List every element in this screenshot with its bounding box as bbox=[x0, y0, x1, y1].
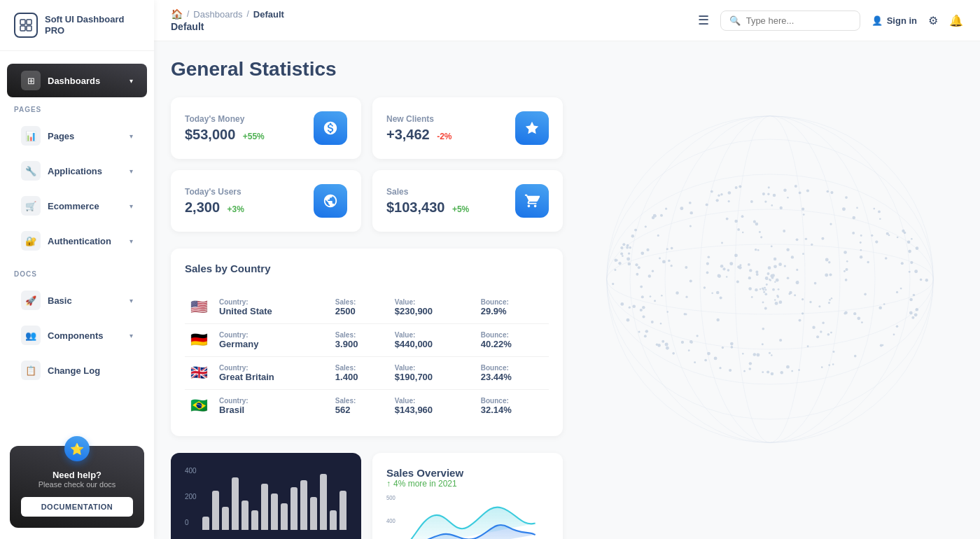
col-value-header bbox=[389, 286, 475, 291]
bar bbox=[310, 497, 317, 530]
svg-point-78 bbox=[783, 188, 786, 191]
svg-point-46 bbox=[706, 203, 708, 206]
content-area: // dots are rendered via CSS General Sta… bbox=[154, 41, 980, 539]
sign-in-button[interactable]: 👤 Sign in bbox=[872, 15, 917, 26]
documentation-button[interactable]: DOCUMENTATION bbox=[21, 497, 133, 517]
svg-point-234 bbox=[762, 343, 764, 345]
svg-point-265 bbox=[853, 312, 856, 315]
svg-point-210 bbox=[893, 334, 895, 336]
home-icon[interactable]: 🏠 bbox=[171, 8, 183, 20]
svg-point-232 bbox=[706, 272, 709, 274]
svg-point-291 bbox=[909, 298, 912, 301]
notification-icon[interactable]: 🔔 bbox=[949, 14, 963, 27]
svg-point-205 bbox=[645, 330, 648, 332]
svg-point-302 bbox=[774, 258, 776, 260]
svg-point-223 bbox=[629, 246, 631, 248]
svg-point-35 bbox=[780, 206, 783, 209]
flag-cell: 🇩🇪 bbox=[185, 324, 214, 357]
pages-icon: 📊 bbox=[21, 126, 41, 146]
svg-point-163 bbox=[718, 274, 721, 278]
svg-point-262 bbox=[736, 280, 739, 283]
svg-point-169 bbox=[911, 316, 914, 319]
svg-point-258 bbox=[768, 186, 770, 188]
stat-icon-clients bbox=[515, 111, 549, 145]
arrow-up-icon: ↑ bbox=[386, 479, 391, 489]
sidebar-item-components[interactable]: 👥 Components ▾ bbox=[7, 318, 147, 352]
svg-point-225 bbox=[748, 287, 752, 290]
help-card: ⭐ Need help? Please check our docs DOCUM… bbox=[10, 446, 144, 528]
svg-point-200 bbox=[635, 263, 638, 266]
components-label: Components bbox=[48, 330, 103, 341]
svg-point-137 bbox=[764, 289, 766, 291]
svg-point-298 bbox=[762, 371, 764, 373]
svg-point-37 bbox=[767, 272, 770, 275]
svg-point-126 bbox=[690, 279, 692, 282]
svg-point-62 bbox=[764, 293, 767, 295]
svg-point-221 bbox=[714, 356, 718, 360]
sidebar-item-applications[interactable]: 🔧 Applications ▾ bbox=[7, 154, 147, 188]
hamburger-icon[interactable]: ☰ bbox=[698, 13, 709, 28]
value-cell: Value: $190,700 bbox=[389, 357, 475, 390]
stat-card-money: Today's Money $53,000 +55% bbox=[171, 97, 361, 159]
svg-point-148 bbox=[706, 262, 709, 265]
svg-point-70 bbox=[642, 306, 645, 309]
header-actions: ☰ 🔍 👤 Sign in ⚙ 🔔 bbox=[698, 10, 963, 31]
svg-point-111 bbox=[883, 303, 886, 305]
svg-point-127 bbox=[896, 326, 898, 328]
dashboards-chevron: ▾ bbox=[130, 77, 133, 85]
svg-point-227 bbox=[641, 295, 644, 298]
svg-point-11 bbox=[665, 116, 875, 443]
svg-point-188 bbox=[749, 269, 752, 272]
svg-point-277 bbox=[844, 270, 846, 272]
svg-point-307 bbox=[762, 289, 764, 291]
svg-point-56 bbox=[774, 299, 776, 301]
svg-point-199 bbox=[821, 237, 824, 240]
svg-point-310 bbox=[640, 251, 644, 255]
stat-label-sales: Sales bbox=[386, 187, 469, 197]
sidebar-item-ecommerce[interactable]: 🛒 Ecommerce ▾ bbox=[7, 189, 147, 223]
svg-point-158 bbox=[762, 192, 765, 195]
sidebar-item-authentication[interactable]: 🔐 Authentication ▾ bbox=[7, 224, 147, 258]
sidebar: Soft UI Dashboard PRO ⊞ Dashboards ▾ PAG… bbox=[0, 0, 154, 539]
svg-point-106 bbox=[720, 265, 724, 268]
svg-point-101 bbox=[797, 281, 799, 283]
svg-point-157 bbox=[811, 244, 813, 246]
app-logo: Soft UI Dashboard PRO bbox=[0, 0, 154, 51]
col-sales-header bbox=[330, 286, 389, 291]
svg-point-296 bbox=[696, 335, 698, 337]
pages-label: Pages bbox=[48, 131, 74, 141]
svg-point-271 bbox=[741, 215, 744, 218]
svg-point-44 bbox=[711, 292, 713, 294]
svg-point-275 bbox=[739, 264, 741, 266]
svg-point-140 bbox=[771, 274, 775, 277]
sidebar-item-pages[interactable]: 📊 Pages ▾ bbox=[7, 119, 147, 153]
help-star-icon: ⭐ bbox=[64, 436, 90, 461]
stat-icon-users bbox=[314, 184, 347, 218]
flag-cell: 🇺🇸 bbox=[185, 291, 214, 324]
svg-point-280 bbox=[860, 255, 862, 258]
svg-point-39 bbox=[764, 200, 766, 202]
sidebar-item-changelog[interactable]: 📋 Change Log bbox=[7, 354, 147, 387]
svg-point-60 bbox=[799, 191, 802, 194]
stat-change-clients: -2% bbox=[437, 132, 451, 141]
svg-point-82 bbox=[650, 295, 652, 298]
svg-point-197 bbox=[772, 288, 775, 291]
svg-point-289 bbox=[925, 279, 928, 281]
app-name: Soft UI Dashboard PRO bbox=[45, 14, 140, 36]
svg-point-165 bbox=[685, 314, 687, 316]
breadcrumb-dashboards[interactable]: Dashboards bbox=[193, 9, 242, 20]
sidebar-item-dashboards[interactable]: ⊞ Dashboards ▾ bbox=[7, 64, 147, 97]
sales-line-chart: 500 400 bbox=[386, 489, 549, 539]
svg-point-86 bbox=[620, 246, 623, 249]
breadcrumb: 🏠 / Dashboards / Default bbox=[171, 8, 284, 20]
svg-point-28 bbox=[860, 241, 862, 244]
search-input[interactable] bbox=[746, 15, 851, 26]
search-box[interactable]: 🔍 bbox=[720, 10, 860, 31]
svg-point-309 bbox=[765, 276, 769, 280]
settings-icon[interactable]: ⚙ bbox=[928, 14, 938, 27]
svg-point-254 bbox=[731, 346, 734, 349]
sign-in-label: Sign in bbox=[887, 15, 917, 26]
svg-point-162 bbox=[661, 295, 663, 297]
sidebar-item-basic[interactable]: 🚀 Basic ▾ bbox=[7, 284, 147, 317]
stat-label-users: Today's Users bbox=[185, 187, 244, 197]
